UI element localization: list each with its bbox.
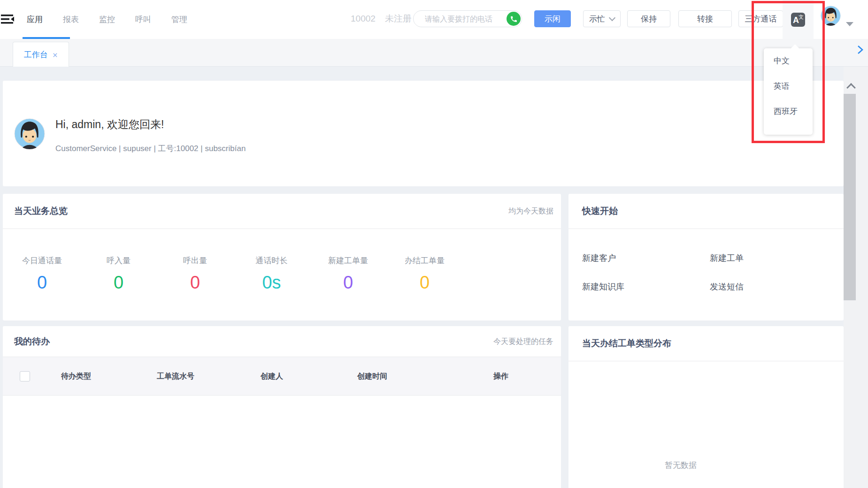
greeting-card: Hi, admin, 欢迎您回来! CustomerService | supu… (3, 81, 844, 186)
stat-value: 0 (4, 273, 80, 293)
nav-item-applications[interactable]: 应用 (27, 14, 43, 25)
open-tabs-bar: 工作台 (0, 39, 868, 67)
top-header: 应用 报表 监控 呼叫 管理 10002 未注册 示闲 示忙 保持 转接 三方通… (0, 0, 868, 39)
todo-table-header: 待办类型 工单流水号 创建人 创建时间 操作 (3, 357, 561, 396)
quick-start-header: 快速开始 (568, 194, 844, 229)
language-option-chinese[interactable]: 中文 (764, 48, 813, 74)
todo-note: 今天要处理的任务 (493, 326, 553, 357)
overview-note: 均为今天数据 (508, 194, 553, 229)
stat-label: 通话时长 (233, 255, 310, 266)
hold-button[interactable]: 保持 (627, 10, 670, 27)
link-send-sms[interactable]: 发送短信 (710, 281, 744, 292)
todo-title: 我的待办 (14, 326, 50, 357)
chevron-down-icon (609, 14, 615, 21)
set-busy-dropdown-button[interactable]: 示忙 (583, 10, 621, 27)
close-icon[interactable] (53, 53, 58, 58)
scroll-up-icon[interactable] (845, 81, 855, 92)
stat-value: 0 (157, 273, 233, 293)
tab-workbench[interactable]: 工作台 (13, 42, 69, 67)
stat-inbound: 呼入量 0 (80, 229, 157, 293)
stat-label: 新建工单量 (310, 255, 386, 266)
overview-title: 当天业务总览 (14, 194, 68, 229)
nav-item-call[interactable]: 呼叫 (135, 14, 151, 25)
language-dropdown-menu: 中文 英语 西班牙 (764, 48, 813, 135)
tab-workbench-label: 工作台 (24, 49, 48, 60)
language-option-spanish[interactable]: 西班牙 (764, 99, 813, 124)
language-switch-button[interactable]: A 文 (783, 0, 814, 39)
stat-value: 0s (233, 273, 310, 293)
main-nav: 应用 报表 监控 呼叫 管理 (27, 0, 187, 39)
quick-start-title: 快速开始 (582, 194, 618, 229)
stat-new-tickets: 新建工单量 0 (310, 229, 386, 293)
scrollbar-thumb[interactable] (844, 94, 856, 300)
greeting-title: Hi, admin, 欢迎您回来! (55, 117, 164, 132)
col-creator: 创建人 (261, 372, 283, 381)
avatar-cartoon (821, 6, 841, 26)
phone-icon (510, 15, 518, 23)
stat-label: 办结工单量 (386, 255, 463, 266)
main-content: Hi, admin, 欢迎您回来! CustomerService | supu… (0, 67, 868, 488)
stat-call-duration: 通话时长 0s (233, 229, 310, 293)
ticket-type-distribution-card: 当天办结工单类型分布 暂无数据 (568, 326, 844, 488)
translate-icon: A 文 (791, 13, 805, 27)
language-option-english[interactable]: 英语 (764, 74, 813, 99)
todo-header: 我的待办 今天要处理的任务 (3, 326, 561, 357)
col-todo-type: 待办类型 (61, 372, 91, 381)
chevron-right-icon[interactable] (857, 45, 863, 56)
link-new-knowledge-base[interactable]: 新建知识库 (582, 281, 624, 292)
nav-item-monitoring[interactable]: 监控 (99, 14, 115, 25)
stat-label: 呼出量 (157, 255, 233, 266)
my-todo-card: 我的待办 今天要处理的任务 待办类型 工单流水号 创建人 创建时间 操作 (3, 326, 561, 488)
stat-outbound: 呼出量 0 (157, 229, 233, 293)
col-ticket-number: 工单流水号 (157, 372, 194, 381)
quick-start-card: 快速开始 新建客户 新建工单 新建知识库 发送短信 (568, 194, 844, 320)
avatar-cartoon (14, 118, 45, 149)
select-all-checkbox[interactable] (20, 371, 30, 381)
vertical-scrollbar (844, 67, 868, 488)
stat-value: 0 (80, 273, 157, 293)
dial-number-input[interactable] (424, 13, 501, 26)
nav-item-reports[interactable]: 报表 (63, 14, 79, 25)
agent-register-status: 未注册 (385, 0, 412, 39)
transfer-button[interactable]: 转接 (678, 10, 732, 27)
col-actions: 操作 (493, 372, 508, 381)
set-idle-button[interactable]: 示闲 (534, 10, 571, 27)
three-way-call-button[interactable]: 三方通话 (738, 10, 783, 27)
greeting-avatar (14, 118, 45, 149)
user-menu-caret-icon[interactable] (846, 22, 853, 26)
distribution-title: 当天办结工单类型分布 (582, 326, 671, 361)
link-new-ticket[interactable]: 新建工单 (710, 252, 744, 264)
agent-id: 10002 (351, 0, 376, 39)
col-create-time: 创建时间 (357, 372, 387, 381)
overview-header: 当天业务总览 均为今天数据 (3, 194, 561, 229)
menu-fold-icon[interactable] (1, 12, 15, 26)
stat-label: 今日通话量 (4, 255, 80, 266)
translate-icon-cjk: 文 (799, 14, 804, 21)
menu-fold-glyph (1, 12, 15, 26)
dial-number-field (413, 10, 522, 27)
dial-call-button[interactable] (507, 12, 521, 26)
workbench-page: 应用 报表 监控 呼叫 管理 10002 未注册 示闲 示忙 保持 转接 三方通… (0, 0, 868, 488)
empty-data-text: 暂无数据 (665, 460, 697, 471)
stat-today-calls: 今日通话量 0 (4, 229, 80, 293)
distribution-header: 当天办结工单类型分布 (568, 326, 844, 361)
stat-closed-tickets: 办结工单量 0 (386, 229, 463, 293)
greeting-meta: CustomerService | supuser | 工号:10002 | s… (55, 143, 246, 154)
set-busy-label: 示忙 (589, 14, 605, 24)
link-new-customer[interactable]: 新建客户 (582, 252, 616, 264)
stat-label: 呼入量 (80, 255, 157, 266)
today-overview-card: 当天业务总览 均为今天数据 今日通话量 0 呼入量 0 呼出量 0 通话时长 (3, 194, 561, 320)
stat-value: 0 (310, 273, 386, 293)
overview-stats: 今日通话量 0 呼入量 0 呼出量 0 通话时长 0s 新建工单量 0 (3, 229, 561, 293)
stat-value: 0 (386, 273, 463, 293)
nav-item-management[interactable]: 管理 (171, 14, 187, 25)
user-avatar[interactable] (821, 6, 841, 26)
active-nav-indicator (23, 37, 70, 39)
